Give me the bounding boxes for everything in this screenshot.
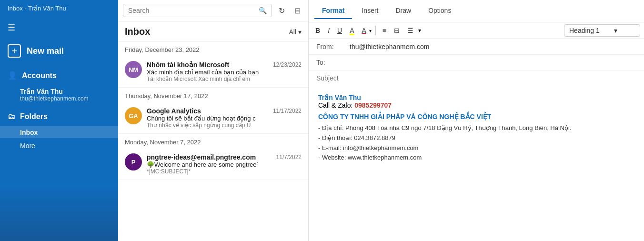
mail-subject: Chúng tôi sẽ bắt đầu dừng hoạt động c [147, 115, 302, 122]
avatar: NM [125, 61, 142, 78]
mail-content: Nhóm tài khoản Microsoft 12/23/2022 Xác … [147, 61, 302, 82]
search-input[interactable] [128, 7, 259, 14]
bold-button[interactable]: B [312, 25, 323, 36]
bullet-list-button[interactable]: ≡ [380, 25, 389, 36]
new-mail-label: New mail [27, 46, 64, 56]
font-color-button[interactable]: A ▾ [359, 25, 371, 36]
heading-chevron-icon: ▾ [614, 27, 617, 34]
numbered-list-icon: ⊟ [394, 27, 400, 34]
signature-email-line: - E-mail: info@thietkephanmem.com [318, 143, 634, 153]
format-toolbar: B I U A A ▾ ≡ ⊟ ☰ ▾ Heading 1 ▾ [309, 22, 644, 39]
user-block: Trần Văn Thu thu@thietkephanmem.com [0, 85, 118, 108]
to-field[interactable]: To: [309, 55, 644, 70]
sidebar-background [0, 184, 118, 241]
subject-input[interactable] [316, 74, 636, 82]
to-input[interactable] [350, 59, 636, 66]
sidebar-item-inbox[interactable]: Inbox [0, 126, 118, 138]
font-color-dropdown-icon[interactable]: ▾ [369, 28, 372, 33]
mail-preview: *|MC:SUBJECT|* [147, 168, 302, 175]
folders-button[interactable]: 🗂 Folders [0, 108, 118, 126]
user-email: thu@thietkephanmem.com [20, 95, 111, 102]
compose-body[interactable]: Trần Văn Thu Call & Zalo: 0985299707 CÔN… [309, 86, 644, 241]
avatar: GA [125, 107, 142, 124]
plus-icon: + [8, 44, 21, 58]
compose-panel: Format Insert Draw Options B I U A A ▾ ≡… [309, 0, 644, 241]
mail-content: Google Analytics 11/17/2022 Chúng tôi sẽ… [147, 107, 302, 129]
mail-date: 12/23/2022 [273, 61, 302, 68]
bullet-list-icon: ≡ [382, 27, 386, 34]
mail-item[interactable]: P pngtree-ideas@email.pngtree.com 11/7/2… [118, 149, 308, 180]
refresh-button[interactable]: ↻ [276, 4, 288, 17]
tab-format[interactable]: Format [314, 3, 352, 19]
font-color-icon: A [359, 25, 369, 36]
signature-company: CÔNG TY TNHH GIẢI PHÁP VÀ CÔNG NGHỆ BẮC … [318, 113, 634, 120]
mail-list-toolbar: 🔍 ↻ ⊟ [118, 0, 308, 21]
search-box[interactable]: 🔍 [123, 4, 272, 17]
chevron-down-icon: ▾ [298, 28, 302, 36]
accounts-label: Accounts [22, 71, 57, 80]
mail-date: 11/7/2022 [276, 154, 302, 161]
signature-address: - Địa chỉ: Phòng 408 Tòa nhà C9 ngõ 7/18… [318, 123, 634, 133]
sidebar-item-more[interactable]: More [0, 138, 118, 151]
filter-label: All [289, 28, 296, 36]
to-label: To: [316, 59, 350, 66]
date-separator-0: Friday, December 23, 2022 [118, 41, 308, 56]
accounts-button[interactable]: 👤 Accounts [0, 66, 118, 85]
user-name: Trần Văn Thu [20, 88, 111, 95]
mail-item[interactable]: NM Nhóm tài khoản Microsoft 12/23/2022 X… [118, 56, 308, 88]
sidebar-title: Inbox - Trần Văn Thu [0, 0, 118, 16]
mail-content: pngtree-ideas@email.pngtree.com 11/7/202… [147, 153, 302, 175]
underline-button[interactable]: U [334, 25, 345, 36]
heading-dropdown[interactable]: Heading 1 ▾ [564, 24, 640, 37]
inbox-title: Inbox [125, 26, 150, 37]
date-separator-2: Monday, November 7, 2022 [118, 134, 308, 149]
sidebar: Inbox - Trần Văn Thu ☰ + New mail 👤 Acco… [0, 0, 118, 241]
tab-options[interactable]: Options [421, 3, 459, 19]
signature-phone-number: 0985299707 [354, 101, 392, 109]
toolbar-separator-1 [375, 26, 376, 35]
avatar: P [125, 153, 142, 171]
date-separator-1: Thursday, November 17, 2022 [118, 88, 308, 102]
mail-preview: Thư nhắc về việc sắp ngừng cung cấp U [147, 122, 302, 129]
mail-subject: 🌳Welcome and here are some pngtree` [147, 161, 302, 168]
highlight-button[interactable]: A [347, 25, 357, 36]
highlight-icon: A [347, 25, 357, 36]
tab-draw[interactable]: Draw [388, 3, 419, 19]
folder-icon: 🗂 [8, 112, 15, 121]
numbered-list-button[interactable]: ⊟ [391, 25, 402, 36]
more-label: More [20, 142, 35, 150]
filter-button[interactable]: ⊟ [292, 4, 303, 17]
person-icon: 👤 [8, 71, 17, 80]
folders-label: Folders [20, 112, 48, 121]
signature-website-line: - Website: www.thietkephanmem.com [318, 153, 634, 163]
inbox-filter-dropdown[interactable]: All ▾ [289, 28, 302, 36]
mail-list-scroll[interactable]: Friday, December 23, 2022 NM Nhóm tài kh… [118, 41, 308, 241]
signature-name: Trần Văn Thu [318, 94, 634, 101]
tab-insert[interactable]: Insert [354, 3, 386, 19]
hamburger-menu[interactable]: ☰ [0, 16, 118, 36]
inbox-label: Inbox [20, 129, 38, 136]
mail-list-panel: 🔍 ↻ ⊟ Inbox All ▾ Friday, December 23, 2… [118, 0, 309, 241]
signature-phone-line: - Điện thoại: 024.3872.8879 [318, 133, 634, 143]
from-field: From: thu@thietkephanmem.com [309, 39, 644, 55]
signature-detail: - Địa chỉ: Phòng 408 Tòa nhà C9 ngõ 7/18… [318, 123, 634, 163]
mail-subject: Xác minh địa chỉ email của bạn của bạn [147, 69, 302, 76]
new-mail-button[interactable]: + New mail [0, 36, 118, 66]
subject-field[interactable] [309, 70, 644, 86]
align-button[interactable]: ☰ [404, 25, 416, 36]
mail-sender: Google Analytics [147, 107, 201, 115]
mail-sender: pngtree-ideas@email.pngtree.com [147, 153, 256, 161]
search-icon: 🔍 [259, 7, 267, 14]
mail-item[interactable]: GA Google Analytics 11/17/2022 Chúng tôi… [118, 102, 308, 134]
mail-date: 11/17/2022 [273, 108, 302, 114]
italic-button[interactable]: I [325, 25, 332, 36]
inbox-header: Inbox All ▾ [118, 21, 308, 41]
heading-label: Heading 1 [569, 27, 600, 34]
from-value: thu@thietkephanmem.com [350, 43, 636, 50]
signature-call-zalo: Call & Zalo: 0985299707 [318, 101, 634, 109]
toolbar-dropdown-icon[interactable]: ▾ [418, 27, 421, 34]
mail-sender: Nhóm tài khoản Microsoft [147, 61, 229, 69]
mail-preview: Tài khoản Microsoft Xác minh địa chỉ em [147, 76, 302, 82]
align-icon: ☰ [407, 27, 413, 34]
from-label: From: [316, 43, 350, 50]
